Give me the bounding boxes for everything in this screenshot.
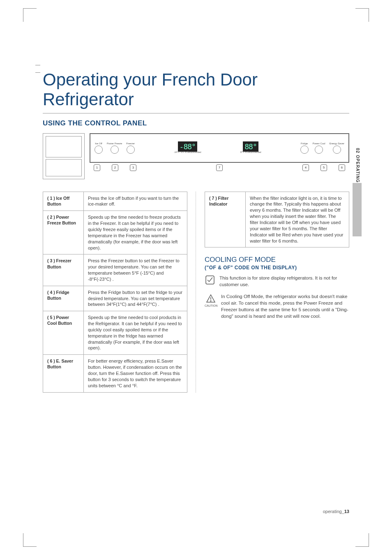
- row5-label: ( 5 ) Power Cool Button: [43, 311, 84, 355]
- cooling-subheading: ("OF & OF" CODE ON THE DISPLAY): [205, 265, 349, 271]
- row1-desc: Press the Ice off button if you want to …: [84, 192, 187, 211]
- page-footer: operating_13: [323, 509, 349, 514]
- cooling-note1: This function is for store display refri…: [219, 275, 349, 288]
- callout-6: 6: [339, 164, 345, 171]
- panel-btn-freezer: Freezer: [126, 142, 135, 145]
- row5-desc: Speeds up the time needed to cool produc…: [84, 311, 187, 355]
- panel-btn-ice-off: Ice Off: [95, 142, 102, 145]
- footer-page: 13: [344, 509, 349, 514]
- callout-4: 4: [302, 164, 309, 171]
- control-panel-illustration: Ice Off Power Freeze Freezer -88° -14°F …: [90, 133, 349, 163]
- row4-desc: Press the Fridge button to set the fridg…: [84, 286, 187, 311]
- control-panel-figure: Ice Off Power Freeze Freezer -88° -14°F …: [43, 133, 349, 179]
- panel-seg-right: 88°: [243, 141, 258, 152]
- panel-seg-left: -88°: [178, 141, 197, 152]
- note-icon: [205, 275, 215, 285]
- cooling-note2: In Cooling Off Mode, the refrigerator wo…: [221, 293, 349, 319]
- callout-3: 3: [130, 164, 136, 171]
- panel-rec-right: 37°F is Recommended: [240, 151, 261, 153]
- cooling-heading: COOLING OFF MODE: [205, 256, 349, 264]
- row7-label: ( 7 ) Filter Indicator: [205, 192, 245, 247]
- callout-5: 5: [321, 164, 327, 171]
- svg-point-2: [210, 301, 211, 301]
- row2-label: ( 2 ) Power Freeze Button: [43, 211, 84, 254]
- fridge-illustration: [43, 133, 85, 179]
- page-title: Operating your French Door Refrigerator: [43, 70, 349, 113]
- row6-label: ( 6 ) E. Saver Button: [43, 355, 84, 392]
- row7-desc: When the filter indicator light is on, i…: [245, 192, 349, 247]
- svg-rect-0: [206, 276, 214, 284]
- callout-7: 7: [216, 164, 223, 171]
- row3-label: ( 3 ) Freezer Button: [43, 254, 84, 286]
- panel-btn-fridge: Fridge: [301, 142, 308, 145]
- row6-desc: For better energy efficiency, press E.Sa…: [84, 355, 187, 392]
- panel-btn-energy-saver: Energy Saver: [330, 142, 344, 145]
- section-using: USING THE CONTROL PANEL: [43, 119, 349, 127]
- caution-label: CAUTION: [205, 304, 217, 308]
- right-table: ( 7 ) Filter Indicator When the filter i…: [205, 192, 349, 248]
- footer-text: operating_: [323, 509, 344, 514]
- panel-btn-power-cool: Power Cool: [313, 142, 325, 145]
- panel-rec-left: -14°F / -8°F is Recommended: [174, 151, 201, 153]
- row3-desc: Press the Freezer button to set the Free…: [84, 254, 187, 286]
- row4-label: ( 4 ) Fridge Button: [43, 286, 84, 311]
- callout-2: 2: [112, 164, 118, 171]
- left-table: ( 1 ) Ice Off Button Press the Ice off b…: [43, 192, 187, 393]
- caution-icon: [205, 293, 216, 304]
- row1-label: ( 1 ) Ice Off Button: [43, 192, 84, 211]
- row2-desc: Speeds up the time needed to freeze prod…: [84, 211, 187, 254]
- callout-1: 1: [94, 164, 100, 171]
- panel-btn-power-freeze: Power Freeze: [107, 142, 122, 145]
